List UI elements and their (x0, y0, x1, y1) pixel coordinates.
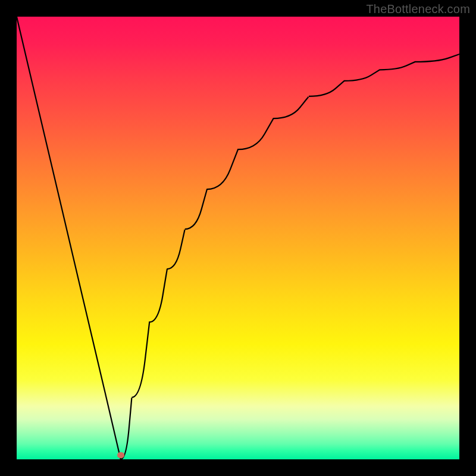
watermark-text: TheBottleneck.com (366, 2, 470, 16)
curve-left-branch (17, 17, 121, 459)
bottleneck-curve (17, 17, 459, 459)
chart-frame: TheBottleneck.com (0, 0, 476, 476)
curve-right-branch (121, 54, 459, 459)
vertex-marker (117, 452, 124, 458)
plot-area (17, 17, 459, 459)
